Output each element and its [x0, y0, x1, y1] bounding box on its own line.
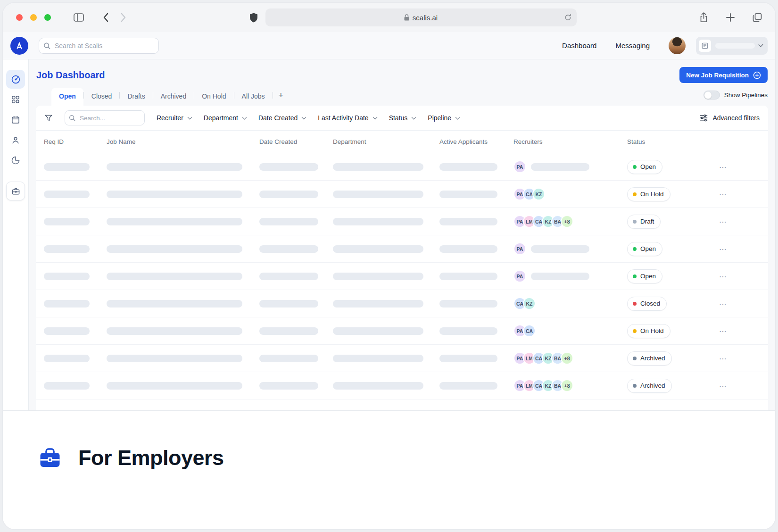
recruiters-cell: CAKZ	[513, 297, 627, 310]
browser-chrome: scalis.ai	[3, 3, 775, 32]
filter-status[interactable]: Status	[389, 114, 416, 122]
table-row[interactable]: PAOpen...	[36, 153, 768, 181]
table-row[interactable]: PALMCAKZBA+8Archived...	[36, 345, 768, 372]
status-dot-icon	[633, 192, 637, 196]
skeleton-placeholder	[439, 245, 497, 253]
address-bar[interactable]: scalis.ai	[265, 8, 577, 26]
tab-open[interactable]: Open	[51, 88, 83, 106]
jobs-search-input[interactable]	[65, 110, 145, 125]
minimize-window-button[interactable]	[30, 14, 37, 21]
filter-date-created[interactable]: Date Created	[258, 114, 306, 122]
chevron-down-icon	[302, 115, 306, 119]
new-tab-icon[interactable]	[726, 13, 735, 22]
skeleton-placeholder	[44, 382, 90, 390]
recruiter-chip: CA	[523, 324, 536, 337]
status-dot-icon	[633, 247, 637, 251]
new-job-requisition-button[interactable]: New Job Requisition	[679, 67, 768, 83]
table-row[interactable]: PAOpen...	[36, 235, 768, 263]
forward-icon[interactable]	[121, 13, 126, 22]
chevron-down-icon	[372, 115, 377, 119]
user-avatar[interactable]	[669, 37, 686, 54]
header-nav: Dashboard Messaging	[562, 42, 650, 50]
row-actions-button[interactable]: ...	[717, 242, 727, 255]
skeleton-placeholder	[531, 245, 589, 253]
skeleton-placeholder	[107, 163, 242, 171]
status-label: Archived	[640, 355, 665, 362]
tab-all-jobs[interactable]: All Jobs	[234, 88, 273, 106]
chevron-down-icon	[759, 42, 763, 47]
share-icon[interactable]	[699, 12, 708, 23]
filter-department[interactable]: Department	[204, 114, 246, 122]
status-label: Open	[640, 163, 656, 170]
tab-overview-icon[interactable]	[753, 13, 762, 22]
row-actions-button[interactable]: ...	[717, 352, 727, 365]
organization-selector[interactable]	[696, 37, 768, 55]
scalis-logo[interactable]	[10, 37, 28, 55]
sidebar-item-pipelines[interactable]	[6, 90, 25, 109]
job-status-tabs: OpenClosedDraftsArchivedOn HoldAll Jobs …	[29, 84, 775, 106]
table-row[interactable]: PACAOn Hold...	[36, 317, 768, 345]
tab-on-hold[interactable]: On Hold	[194, 88, 233, 106]
row-actions-button[interactable]: ...	[717, 297, 727, 310]
tab-closed[interactable]: Closed	[84, 88, 120, 106]
reload-icon[interactable]	[564, 14, 571, 21]
privacy-shield-icon[interactable]	[249, 13, 258, 23]
sidebar-item-candidates[interactable]	[6, 131, 25, 150]
advanced-filters-button[interactable]: Advanced filters	[700, 114, 760, 122]
global-search-input[interactable]	[39, 38, 159, 54]
table-row[interactable]: CAKZClosed...	[36, 290, 768, 317]
status-badge: Archived	[627, 379, 672, 393]
sidebar-toggle-icon[interactable]	[74, 13, 84, 22]
row-actions-button[interactable]: ...	[717, 215, 727, 228]
sidebar-item-calendar[interactable]	[6, 110, 25, 129]
add-tab-icon[interactable]: +	[273, 91, 290, 106]
app-sidebar	[3, 59, 29, 410]
status-badge: On Hold	[627, 324, 670, 338]
sidebar-item-employers[interactable]	[6, 182, 25, 200]
tabs: OpenClosedDraftsArchivedOn HoldAll Jobs	[51, 88, 273, 106]
url-text: scalis.ai	[413, 14, 438, 22]
skeleton-placeholder	[259, 163, 318, 171]
nav-dashboard[interactable]: Dashboard	[562, 42, 596, 50]
skeleton-placeholder	[259, 327, 318, 335]
table-row[interactable]: PAOpen...	[36, 263, 768, 290]
skeleton-placeholder	[333, 382, 423, 390]
status-dot-icon	[633, 274, 637, 278]
table-row[interactable]: PALMCAKZBA+8Archived...	[36, 372, 768, 399]
back-icon[interactable]	[103, 13, 108, 22]
table-body: PAOpen...PACAKZOn Hold...PALMCAKZBA+8Dra…	[36, 153, 768, 399]
sidebar-item-reports[interactable]	[6, 151, 25, 170]
filter-label: Department	[204, 114, 238, 122]
tab-drafts[interactable]: Drafts	[120, 88, 152, 106]
status-dot-icon	[633, 329, 637, 333]
row-actions-button[interactable]: ...	[717, 270, 727, 283]
close-window-button[interactable]	[16, 14, 23, 21]
skeleton-placeholder	[439, 218, 497, 225]
tab-archived[interactable]: Archived	[153, 88, 194, 106]
filter-label: Pipeline	[428, 114, 451, 122]
funnel-icon[interactable]	[44, 114, 53, 122]
skeleton-placeholder	[333, 191, 423, 198]
status-label: On Hold	[640, 191, 664, 198]
skeleton-placeholder	[439, 355, 497, 362]
show-pipelines-toggle[interactable]	[704, 91, 720, 100]
filter-recruiter[interactable]: Recruiter	[157, 114, 191, 122]
row-actions-button[interactable]: ...	[717, 188, 727, 200]
skeleton-placeholder	[259, 273, 318, 280]
jobs-card: RecruiterDepartmentDate CreatedLast Acti…	[36, 106, 768, 410]
table-row[interactable]: PALMCAKZBA+8Draft...	[36, 208, 768, 235]
sidebar-item-dashboard[interactable]	[6, 70, 25, 89]
row-actions-button[interactable]: ...	[717, 160, 727, 173]
filter-last-activity-date[interactable]: Last Activity Date	[318, 114, 376, 122]
traffic-lights	[16, 14, 51, 21]
skeleton-placeholder	[107, 327, 242, 335]
row-actions-button[interactable]: ...	[717, 379, 727, 392]
nav-messaging[interactable]: Messaging	[615, 42, 650, 50]
recruiters-cell: PA	[513, 270, 627, 283]
zoom-window-button[interactable]	[44, 14, 51, 21]
column-header-status: Status	[627, 138, 717, 145]
row-actions-button[interactable]: ...	[717, 324, 727, 337]
table-row[interactable]: PACAKZOn Hold...	[36, 181, 768, 208]
skeleton-placeholder	[333, 245, 423, 253]
filter-pipeline[interactable]: Pipeline	[428, 114, 459, 122]
